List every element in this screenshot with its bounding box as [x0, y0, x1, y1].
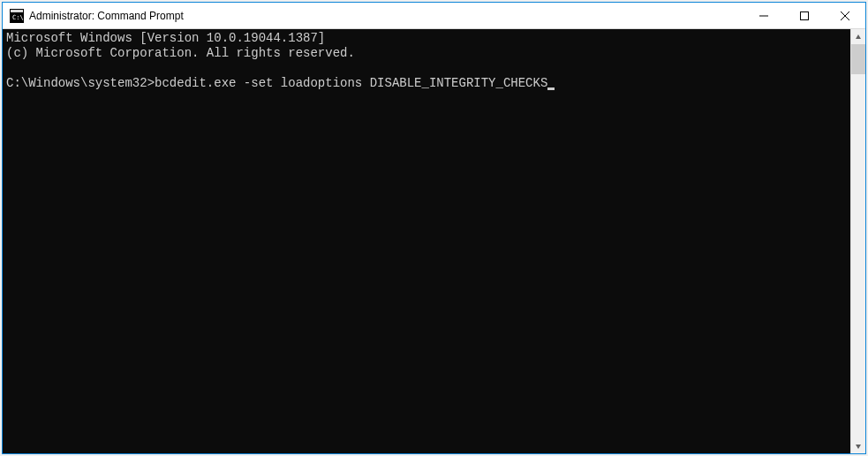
scroll-track[interactable] — [851, 44, 865, 438]
svg-rect-1 — [11, 10, 23, 12]
svg-text:C:\: C:\ — [12, 14, 24, 21]
console-prompt: C:\Windows\system32> — [6, 76, 155, 90]
scroll-up-arrow-icon[interactable] — [851, 29, 865, 44]
window-controls — [743, 3, 865, 28]
console-line-copyright: (c) Microsoft Corporation. All rights re… — [6, 46, 355, 60]
svg-rect-4 — [801, 11, 809, 19]
maximize-button[interactable] — [784, 3, 825, 28]
command-prompt-window: C:\ Administrator: Command Prompt Micros… — [2, 2, 866, 454]
command-prompt-icon: C:\ — [10, 9, 24, 23]
console-command-text: bcdedit.exe -set loadoptions DISABLE_INT… — [155, 76, 547, 90]
scroll-thumb[interactable] — [851, 44, 865, 74]
titlebar[interactable]: C:\ Administrator: Command Prompt — [3, 3, 865, 29]
minimize-button[interactable] — [743, 3, 784, 28]
scroll-down-arrow-icon[interactable] — [851, 438, 865, 453]
console-line-version: Microsoft Windows [Version 10.0.19044.13… — [6, 31, 325, 45]
cursor-icon — [547, 87, 555, 90]
console-output[interactable]: Microsoft Windows [Version 10.0.19044.13… — [3, 29, 850, 453]
svg-marker-8 — [856, 445, 861, 449]
svg-marker-7 — [856, 34, 861, 39]
window-title: Administrator: Command Prompt — [29, 10, 743, 22]
close-button[interactable] — [825, 3, 865, 28]
console-area-wrap: Microsoft Windows [Version 10.0.19044.13… — [3, 29, 865, 453]
vertical-scrollbar[interactable] — [850, 29, 865, 453]
